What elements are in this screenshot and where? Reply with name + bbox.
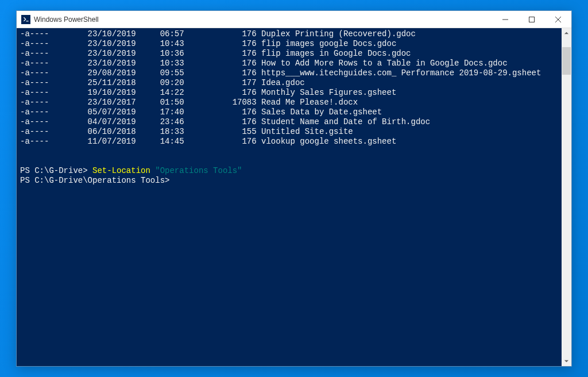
file-entry: -a---- 25/11/2018 09:20 177 Idea.gdoc: [20, 78, 562, 88]
terminal-area: -a---- 23/10/2019 06:57 176 Duplex Print…: [17, 28, 571, 366]
maximize-button[interactable]: [519, 11, 545, 28]
file-entry: -a---- 05/07/2019 17:40 176 Sales Data b…: [20, 107, 562, 117]
argument: "Operations Tools": [155, 166, 242, 175]
blank-line: [20, 147, 562, 156]
file-entry: -a---- 29/08/2019 09:55 176 https___www.…: [20, 68, 562, 78]
file-entry: -a---- 04/07/2019 23:46 176 Student Name…: [20, 117, 562, 127]
scroll-down-button[interactable]: [562, 356, 571, 366]
svg-rect-2: [529, 17, 535, 22]
terminal-output[interactable]: -a---- 23/10/2019 06:57 176 Duplex Print…: [17, 28, 562, 366]
file-entry: -a---- 23/10/2019 10:36 176 flip images …: [20, 49, 562, 59]
file-entry: -a---- 23/10/2017 01:50 17083 Read Me Pl…: [20, 98, 562, 107]
cmdlet: Set-Location: [92, 166, 150, 175]
current-prompt: PS C:\G-Drive\Operations Tools>: [20, 176, 562, 186]
file-entry: -a---- 19/10/2019 14:22 176 Monthly Sale…: [20, 88, 562, 98]
window-controls: [492, 11, 571, 28]
minimize-button[interactable]: [492, 11, 519, 28]
file-entry: -a---- 06/10/2018 18:33 155 Untitled Sit…: [20, 127, 562, 137]
titlebar[interactable]: Windows PowerShell: [17, 11, 571, 28]
file-entry: -a---- 23/10/2019 10:43 176 flip images …: [20, 39, 562, 49]
scrollbar[interactable]: [562, 28, 571, 366]
scroll-thumb[interactable]: [562, 47, 571, 75]
command-line: PS C:\G-Drive> Set-Location "Operations …: [20, 166, 562, 176]
file-entry: -a---- 23/10/2019 10:33 176 How to Add M…: [20, 59, 562, 68]
powershell-icon: [21, 15, 30, 24]
scroll-up-button[interactable]: [562, 28, 571, 38]
file-entry: -a---- 23/10/2019 06:57 176 Duplex Print…: [20, 29, 562, 39]
close-button[interactable]: [545, 11, 571, 28]
window-title: Windows PowerShell: [34, 16, 492, 24]
blank-line: [20, 156, 562, 166]
prompt: PS C:\G-Drive>: [20, 166, 92, 175]
file-entry: -a---- 11/07/2019 14:45 176 vlookup goog…: [20, 137, 562, 147]
powershell-window: Windows PowerShell -a---- 23/10/2019 06:…: [16, 10, 572, 367]
